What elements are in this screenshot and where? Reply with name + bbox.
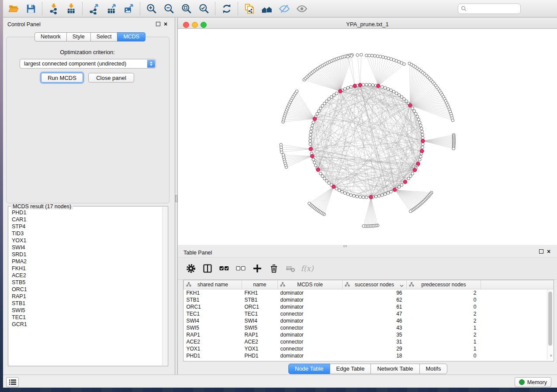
leaf-node[interactable] bbox=[362, 225, 365, 228]
table-row[interactable]: PHD1PHD1dominator180 bbox=[184, 352, 554, 359]
settings-icon[interactable] bbox=[184, 261, 198, 275]
ring-node[interactable] bbox=[309, 140, 312, 143]
leaf-node[interactable] bbox=[384, 56, 387, 59]
table-row[interactable]: SWI5SWI5connector431 bbox=[184, 324, 554, 331]
ring-node[interactable] bbox=[418, 121, 421, 124]
mcds-result-item[interactable]: PHD1 bbox=[9, 209, 162, 216]
ring-node[interactable] bbox=[387, 88, 390, 91]
tab-network-table[interactable]: Network Table bbox=[370, 364, 419, 374]
dominator-node[interactable] bbox=[420, 149, 424, 153]
ring-node[interactable] bbox=[413, 110, 416, 113]
ring-node[interactable] bbox=[310, 127, 313, 130]
ring-node[interactable] bbox=[330, 96, 333, 99]
leaf-node[interactable] bbox=[346, 55, 349, 58]
leaf-node[interactable] bbox=[368, 54, 371, 57]
ring-node[interactable] bbox=[416, 115, 419, 118]
leaf-node[interactable] bbox=[374, 55, 377, 58]
ring-node[interactable] bbox=[365, 196, 368, 199]
table-row[interactable]: YOX1YOX1connector291 bbox=[184, 345, 554, 352]
ring-node[interactable] bbox=[335, 187, 338, 190]
ring-node[interactable] bbox=[368, 83, 371, 86]
criterion-dropdown[interactable]: largest connected component (undirected) bbox=[20, 59, 156, 69]
ring-node[interactable] bbox=[309, 136, 312, 139]
ring-node[interactable] bbox=[346, 193, 349, 196]
ring-node[interactable] bbox=[313, 161, 316, 164]
ring-node[interactable] bbox=[381, 194, 384, 197]
ring-node[interactable] bbox=[359, 196, 362, 199]
dominator-node[interactable] bbox=[358, 83, 362, 87]
select-all-icon[interactable] bbox=[217, 261, 231, 275]
table-scrollbar[interactable] bbox=[547, 289, 554, 359]
mcds-list-scrollbar[interactable] bbox=[162, 207, 167, 365]
first-neighbors-icon[interactable] bbox=[258, 1, 276, 16]
ring-node[interactable] bbox=[392, 90, 395, 93]
leaf-node[interactable] bbox=[295, 90, 298, 93]
mcds-result-item[interactable]: STB1 bbox=[9, 300, 162, 307]
ring-node[interactable] bbox=[317, 110, 320, 113]
ring-node[interactable] bbox=[411, 107, 414, 110]
zoom-in-icon[interactable] bbox=[143, 1, 160, 16]
ring-node[interactable] bbox=[421, 136, 424, 139]
close-panel-button[interactable]: Close panel bbox=[88, 73, 134, 83]
leaf-node[interactable] bbox=[451, 119, 454, 122]
ring-node[interactable] bbox=[387, 192, 390, 195]
table-row[interactable]: ORC1ORC1dominator610 bbox=[184, 303, 554, 310]
mcds-result-item[interactable]: ACE2 bbox=[9, 272, 162, 279]
leaf-node[interactable] bbox=[409, 210, 412, 213]
ring-node[interactable] bbox=[418, 158, 421, 161]
export-table-icon[interactable] bbox=[103, 1, 120, 16]
ring-node[interactable] bbox=[377, 194, 381, 197]
mcds-result-item[interactable]: TID3 bbox=[9, 230, 162, 237]
column-header-successor-nodes[interactable]: successor nodes bbox=[343, 280, 407, 289]
ring-node[interactable] bbox=[332, 93, 336, 96]
clear-table-icon[interactable] bbox=[284, 261, 298, 275]
dominator-node[interactable] bbox=[393, 188, 397, 192]
ring-node[interactable] bbox=[343, 192, 346, 195]
ring-node[interactable] bbox=[343, 88, 346, 91]
dominator-node[interactable] bbox=[316, 168, 320, 172]
ring-node[interactable] bbox=[411, 172, 414, 175]
save-icon[interactable] bbox=[22, 1, 40, 16]
dominator-node[interactable] bbox=[416, 162, 420, 166]
dominator-node[interactable] bbox=[413, 168, 417, 172]
dominator-node[interactable] bbox=[421, 139, 425, 143]
function-icon[interactable]: f(x) bbox=[300, 261, 314, 275]
dominator-node[interactable] bbox=[369, 195, 373, 199]
column-header-MCDS-role[interactable]: MCDS role bbox=[278, 280, 343, 289]
ring-node[interactable] bbox=[398, 186, 401, 189]
ring-node[interactable] bbox=[362, 83, 365, 86]
ring-node[interactable] bbox=[362, 196, 365, 199]
dominator-node[interactable] bbox=[309, 147, 313, 151]
column-header-shared-name[interactable]: shared name bbox=[184, 280, 242, 289]
search-input[interactable] bbox=[458, 3, 521, 14]
leaf-node[interactable] bbox=[282, 154, 285, 157]
ring-node[interactable] bbox=[309, 143, 312, 146]
ring-node[interactable] bbox=[421, 133, 424, 136]
ring-node[interactable] bbox=[312, 121, 315, 124]
leaf-node[interactable] bbox=[356, 54, 359, 57]
task-list-button[interactable] bbox=[6, 377, 19, 387]
leaf-node[interactable] bbox=[308, 202, 311, 205]
mcds-result-item[interactable]: PMA2 bbox=[9, 258, 162, 265]
table-row[interactable]: TEC1TEC1connector472 bbox=[184, 310, 554, 317]
ring-node[interactable] bbox=[316, 112, 319, 115]
ring-node[interactable] bbox=[325, 100, 328, 103]
delete-icon[interactable] bbox=[267, 261, 281, 275]
ring-node[interactable] bbox=[346, 86, 349, 89]
leaf-node[interactable] bbox=[365, 54, 368, 57]
zoom-out-icon[interactable] bbox=[160, 1, 178, 16]
ring-node[interactable] bbox=[415, 112, 418, 115]
table-row[interactable]: STB1STB1dominator620 bbox=[184, 296, 554, 303]
ring-node[interactable] bbox=[319, 172, 322, 175]
add-icon[interactable] bbox=[250, 261, 264, 275]
ring-node[interactable] bbox=[398, 93, 401, 96]
ring-node[interactable] bbox=[421, 146, 424, 149]
deselect-all-icon[interactable] bbox=[234, 261, 248, 275]
ring-node[interactable] bbox=[328, 98, 331, 101]
ring-node[interactable] bbox=[323, 102, 326, 105]
ring-node[interactable] bbox=[314, 164, 317, 167]
ring-node[interactable] bbox=[371, 84, 374, 87]
ring-node[interactable] bbox=[381, 86, 384, 89]
ring-node[interactable] bbox=[353, 194, 356, 197]
table-panel-close-icon[interactable]: × bbox=[547, 249, 550, 254]
